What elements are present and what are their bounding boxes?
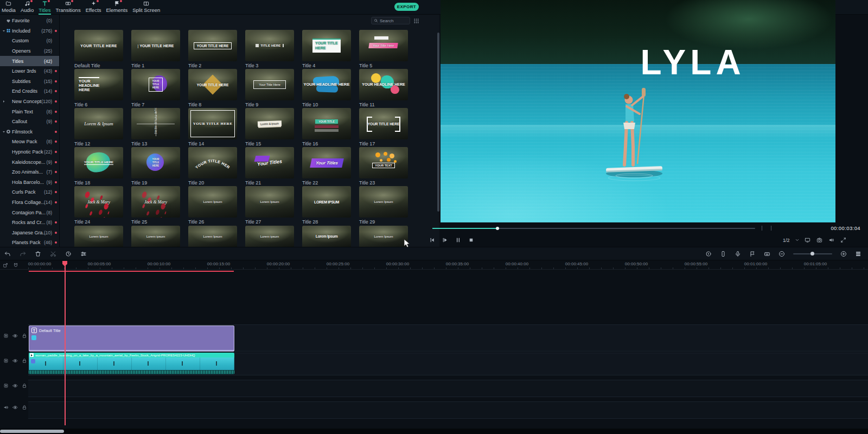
title-template-title-1[interactable]: YOUR TITLE HERETitle 1 — [131, 30, 180, 68]
track-toggle-icon[interactable] — [3, 358, 9, 363]
preview-zoom-level[interactable]: 1/2 — [783, 238, 790, 243]
menu-tab-split-screen[interactable]: Split Screen — [132, 1, 160, 15]
chevron-down-icon[interactable] — [795, 238, 800, 242]
camera-icon[interactable] — [816, 237, 822, 243]
timeline-hscroll-thumb[interactable] — [0, 430, 64, 433]
title-template-title-11[interactable]: YOUR HEADLINE HERETitle 11 — [359, 69, 408, 107]
track-lane-audio[interactable] — [28, 401, 868, 419]
menu-tab-effects[interactable]: Effects — [86, 1, 101, 15]
pause-button[interactable] — [455, 237, 461, 243]
title-template-title-18[interactable]: YOUR TITLE HERETitle 18 — [74, 147, 123, 186]
sidebar-item-planets-pack[interactable]: Planets Pack(46) — [0, 238, 59, 248]
eye-icon[interactable] — [12, 333, 18, 339]
export-button[interactable]: EXPORT — [394, 3, 419, 11]
title-template-title-28[interactable]: LOREM IPSUMTitle 28 — [302, 186, 351, 225]
playback-progress-bar[interactable] — [432, 228, 755, 229]
sidebar-item-subtitles[interactable]: Subtitles(15) — [0, 76, 59, 87]
monitor-icon[interactable] — [805, 237, 810, 243]
title-template-title-25[interactable]: Jack & MaryTitle 25 — [131, 186, 180, 225]
caret-right-icon[interactable] — [2, 99, 6, 104]
title-template-title-3[interactable]: TITLE HERETitle 3 — [245, 30, 294, 68]
title-template-title-6[interactable]: YOUR HEADLINE HERETitle 6 — [74, 69, 123, 107]
menu-tab-media[interactable]: Media — [2, 1, 16, 15]
title-template-title-22[interactable]: Your TitlesTitle 22 — [302, 147, 351, 186]
titles-panel-scrollbar[interactable] — [437, 33, 439, 212]
speaker-icon[interactable] — [3, 405, 9, 410]
undo-icon[interactable] — [4, 251, 11, 257]
menu-tab-titles[interactable]: Titles — [39, 1, 50, 15]
title-template-title-24[interactable]: Jack & MaryTitle 24 — [74, 186, 123, 225]
sidebar-item-zoo-animals[interactable]: Zoo Animals...(7) — [0, 167, 59, 177]
sidebar-item-new-concept[interactable]: New Concept(120) — [0, 97, 59, 107]
sidebar-item-favorite[interactable]: Favorite(0) — [0, 16, 59, 26]
sidebar-item-openers[interactable]: Openers(25) — [0, 46, 59, 56]
timeline-video-clip[interactable]: woman_paddle_boarding_on_a_lake_by_a_mou… — [29, 353, 234, 374]
title-template-partial[interactable]: Lorem Ipsum — [188, 226, 237, 247]
menu-tab-transitions[interactable]: Transitions — [56, 1, 81, 15]
title-template-title-23[interactable]: YOUR TEXTTitle 23 — [359, 147, 408, 186]
title-template-title-14[interactable]: YOUR TITLE HERETitle 14 — [188, 108, 237, 146]
sidebar-item-hola-barcelo[interactable]: Hola Barcelo...(9) — [0, 177, 59, 188]
play-button[interactable] — [442, 237, 448, 243]
title-template-title-20[interactable]: YOUR TITLE HERETitle 20 — [188, 147, 237, 186]
sidebar-item-plain-text[interactable]: Plain Text(8) — [0, 106, 59, 117]
eye-icon[interactable] — [12, 405, 18, 410]
sidebar-item-included[interactable]: Included(276) — [0, 26, 59, 36]
mic-icon[interactable] — [735, 251, 741, 257]
title-template-title-8[interactable]: YOUR TITLE HERETitle 8 — [188, 69, 237, 107]
lock-icon[interactable] — [22, 383, 27, 388]
sidebar-item-end-credits[interactable]: End Credits(14) — [0, 86, 59, 97]
title-template-title-27[interactable]: Lorem IpsumTitle 27 — [245, 186, 294, 225]
caret-down-icon[interactable] — [2, 29, 6, 33]
sidebar-item-filmstock[interactable]: Filmstock — [0, 127, 59, 137]
title-template-title-15[interactable]: Lorem & IpsumTitle 15 — [245, 108, 294, 146]
title-template-title-2[interactable]: YOUR TITLE HERETitle 2 — [188, 30, 237, 68]
track-height-icon[interactable] — [855, 251, 861, 257]
menu-tab-audio[interactable]: Audio — [21, 1, 34, 15]
title-template-title-21[interactable]: Your TitlesTitle 21 — [245, 147, 294, 186]
title-template-partial[interactable]: Lorem Ipsum — [302, 226, 351, 247]
view-grid-icon[interactable] — [413, 18, 419, 24]
expand-icon[interactable] — [840, 237, 846, 243]
sidebar-item-flora-collage[interactable]: Flora Collage...(14) — [0, 197, 59, 208]
title-template-title-10[interactable]: YOUR HEADLINE HERETitle 10 — [302, 69, 351, 107]
title-template-partial[interactable]: Lorem ipsum — [131, 226, 180, 247]
trash-icon[interactable] — [35, 251, 41, 257]
step-back-button[interactable] — [429, 237, 435, 243]
sidebar-item-japanese-gra[interactable]: Japanese Gra...(10) — [0, 227, 59, 238]
sidebar-item-meow-pack[interactable]: Meow Pack(8) — [0, 137, 59, 147]
title-template-title-17[interactable]: YOUR TITLE HERETitle 17 — [359, 108, 408, 146]
title-template-partial[interactable]: Lorem Ipsum — [359, 226, 408, 247]
sidebar-item-rocks-and-cr[interactable]: Rocks and Cr...(8) — [0, 218, 59, 228]
lock-icon[interactable] — [22, 358, 27, 363]
title-template-title-13[interactable]: YOUR TITLE HERETitle 13 — [131, 108, 180, 146]
timeline-zoom-slider[interactable] — [793, 253, 832, 254]
sidebar-item-custom[interactable]: Custom(0) — [0, 36, 59, 46]
sidebar-item-callout[interactable]: Callout(9) — [0, 117, 59, 127]
title-template-title-5[interactable]: Your Title HereTitle 5 — [359, 30, 408, 68]
title-template-title-9[interactable]: Your Title HereTitle 9 — [245, 69, 294, 107]
lock-icon[interactable] — [22, 405, 27, 410]
track-toggle-icon[interactable] — [3, 333, 9, 339]
playhead-dot[interactable] — [496, 227, 499, 230]
zoom-in-icon[interactable] — [840, 251, 847, 257]
timeline-ruler[interactable]: 00:00:00:0000:00:05:0000:00:10:0000:00:1… — [0, 260, 868, 270]
stop-button[interactable] — [468, 237, 474, 243]
zoom-out-icon[interactable] — [778, 251, 785, 257]
track-lane-empty[interactable] — [28, 380, 868, 397]
title-template-title-26[interactable]: Lorem IpsumTitle 26 — [188, 186, 237, 225]
title-template-title-12[interactable]: Lorem & IpsumTitle 12 — [74, 108, 123, 146]
track-toggle-icon[interactable] — [3, 383, 9, 388]
marker-icon[interactable] — [749, 251, 756, 257]
sidebar-item-hypnotic-pack[interactable]: Hypnotic Pack(22) — [0, 147, 59, 157]
caret-down-icon[interactable] — [2, 130, 6, 134]
playhead-line[interactable] — [65, 261, 66, 425]
lock-icon[interactable] — [22, 333, 27, 339]
timeline-title-clip[interactable]: T Default Title — [29, 326, 234, 352]
search-box[interactable] — [371, 17, 410, 24]
title-template-title-4[interactable]: YOUR TITLE HERETitle 4 — [302, 30, 351, 68]
sidebar-item-kaleidoscope[interactable]: Kaleidoscope...(9) — [0, 157, 59, 167]
sidebar-item-lower-3rds[interactable]: Lower 3rds(43) — [0, 66, 59, 76]
sidebar-item-curls-pack[interactable]: Curls Pack(12) — [0, 187, 59, 197]
title-template-partial[interactable]: Lorem Ipsum — [74, 226, 123, 247]
